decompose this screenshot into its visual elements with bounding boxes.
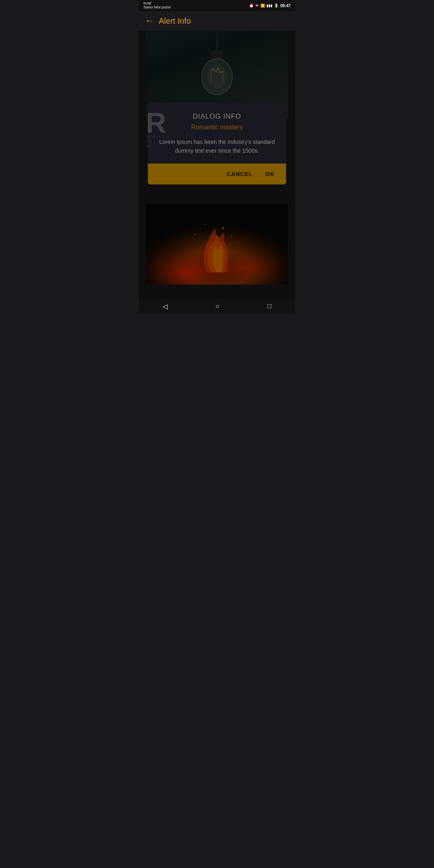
alarm-icon: ⏰ [249, 4, 254, 8]
content-area: R Sp n 20... de... DIALOG INFO Romantic … [139, 31, 295, 299]
back-button[interactable]: ← [145, 16, 154, 26]
recent-nav-icon[interactable]: □ [268, 303, 272, 310]
dialog-dimmer [139, 31, 295, 299]
eye-icon: 👁 [255, 4, 259, 8]
signal-icon: ▮▮▮ [266, 4, 272, 8]
carrier-info: m:tel Samo hitni pozivi [143, 2, 171, 10]
status-icons: ⏰ 👁 📶 ▮▮▮ 🔋 09:47 [249, 4, 291, 8]
page-title: Alert Info [159, 16, 191, 26]
battery-icon: 🔋 [274, 4, 278, 8]
wifi-icon: 📶 [260, 4, 265, 8]
time-display: 09:47 [280, 4, 291, 8]
back-nav-icon[interactable]: ◁ [163, 303, 168, 310]
carrier-subtext: Samo hitni pozivi [143, 6, 171, 10]
status-bar: m:tel Samo hitni pozivi ⏰ 👁 📶 ▮▮▮ 🔋 09:4… [139, 0, 295, 11]
app-header: ← Alert Info [139, 11, 295, 31]
bottom-nav: ◁ ○ □ [139, 299, 295, 313]
home-nav-icon[interactable]: ○ [215, 303, 219, 310]
